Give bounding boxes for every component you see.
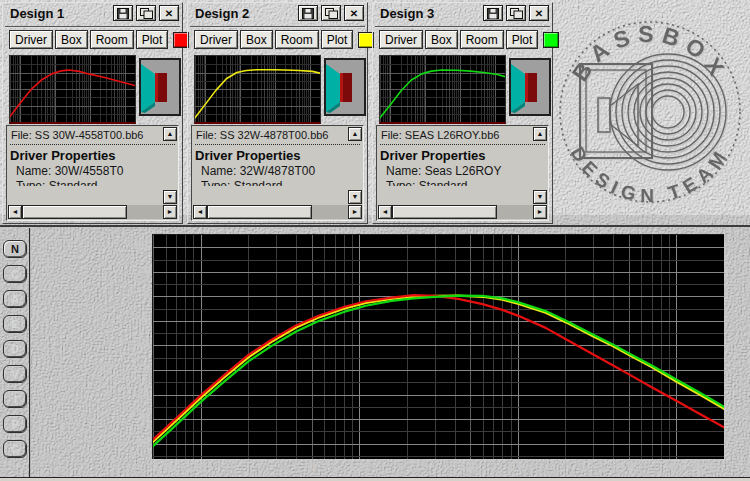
scrollbar-thumb[interactable] xyxy=(22,205,127,219)
design-window-3: Design 3 ✕ Driver Box Room Plot File: SE… xyxy=(372,2,553,224)
scroll-left-icon[interactable]: ◄ xyxy=(378,205,392,219)
speaker-box-icon xyxy=(509,58,551,116)
horizontal-scrollbar[interactable]: ◄ ► xyxy=(193,205,362,219)
scroll-left-icon[interactable]: ◄ xyxy=(8,205,22,219)
y-tick-label: 6 xyxy=(105,264,149,276)
scroll-down-icon[interactable]: ▼ xyxy=(348,190,362,204)
x-tick-label: 1 K xyxy=(508,461,525,473)
response-thumbnail-chart[interactable] xyxy=(194,55,321,124)
plot-side-button-d[interactable]: D xyxy=(3,340,27,358)
driver-type-clipped: Type: Standard xyxy=(16,179,178,186)
scroll-left-icon[interactable]: ◄ xyxy=(193,205,207,219)
window-title: Design 2 xyxy=(195,6,249,21)
dotted-divider xyxy=(380,144,545,145)
y-tick-label: -12 xyxy=(105,337,149,349)
design-window-1: Design 1 ✕ Driver Box Room Plot File: SS… xyxy=(2,2,183,224)
scroll-right-icon[interactable]: ► xyxy=(533,205,547,219)
x-tick-label: 50 xyxy=(304,461,316,473)
scroll-down-icon[interactable]: ▼ xyxy=(163,190,177,204)
x-tick-label: 100 xyxy=(349,461,367,473)
side-button-separator-highlight xyxy=(30,228,31,477)
window-title: Design 1 xyxy=(10,6,64,21)
plot-side-button-p[interactable]: P xyxy=(3,415,27,433)
window-title: Design 3 xyxy=(380,6,434,21)
divider xyxy=(375,26,550,28)
response-thumbnail-chart[interactable] xyxy=(379,55,506,124)
scroll-down-icon[interactable]: ▼ xyxy=(533,190,547,204)
driver-properties-heading: Driver Properties xyxy=(380,148,548,163)
y-tick-label: -18 xyxy=(105,362,149,374)
horizontal-scrollbar[interactable]: ◄ ► xyxy=(378,205,547,219)
x-tick-label: 10 xyxy=(194,461,206,473)
x-tick-label: 10 K xyxy=(664,461,687,473)
driver-name: Name: Seas L26ROY xyxy=(386,164,548,178)
plot-side-button-i[interactable]: I xyxy=(3,390,27,408)
tab-plot[interactable]: Plot xyxy=(136,30,169,49)
titlebar[interactable]: Design 1 ✕ xyxy=(3,3,182,25)
x-tick-label: 5 Hz xyxy=(155,461,178,473)
tab-driver[interactable]: Driver xyxy=(379,30,423,49)
driver-name: Name: 30W/4558T0 xyxy=(16,164,178,178)
file-name: File: SS 30W-4558T00.bb6 xyxy=(11,129,160,141)
scroll-right-icon[interactable]: ► xyxy=(348,205,362,219)
speaker-box-icon xyxy=(139,58,181,116)
tab-driver[interactable]: Driver xyxy=(9,30,53,49)
response-thumbnail-chart[interactable] xyxy=(9,55,136,124)
window-bottom-edge xyxy=(0,477,750,481)
x-tick-label: 500 xyxy=(460,461,478,473)
driver-info-panel: File: SS 32W-4878T00.bb6 ▲ Driver Proper… xyxy=(191,125,364,221)
bassbox-app-window: BASSBOX DESIGN TEAM Design 1 ✕ Driv xyxy=(0,0,750,481)
plot-side-button-a[interactable]: A xyxy=(3,290,27,308)
plot-side-button-n[interactable]: N xyxy=(3,240,27,258)
y-tick-label: -30 xyxy=(105,411,149,423)
close-icon[interactable]: ✕ xyxy=(529,5,549,21)
plot-side-button-g[interactable]: G xyxy=(3,440,27,458)
driver-properties-heading: Driver Properties xyxy=(10,148,178,163)
driver-type-clipped: Type: Standard xyxy=(201,179,363,186)
driver-properties-heading: Driver Properties xyxy=(195,148,363,163)
scrollbar-thumb[interactable] xyxy=(207,205,312,219)
titlebar[interactable]: Design 3 ✕ xyxy=(373,3,552,25)
divider xyxy=(5,26,180,28)
tab-room[interactable]: Room xyxy=(90,30,134,49)
tab-box[interactable]: Box xyxy=(55,30,88,49)
close-icon[interactable]: ✕ xyxy=(344,5,364,21)
dotted-divider xyxy=(10,144,175,145)
plot-side-button-e[interactable]: E xyxy=(3,315,27,333)
copy-icon[interactable] xyxy=(136,5,156,21)
panel-divider xyxy=(0,225,750,227)
tab-driver[interactable]: Driver xyxy=(194,30,238,49)
copy-icon[interactable] xyxy=(321,5,341,21)
speaker-box-icon xyxy=(324,58,366,116)
y-tick-label: -6 xyxy=(105,313,149,325)
scrollbar-thumb[interactable] xyxy=(392,205,497,219)
design-window-2: Design 2 ✕ Driver Box Room Plot File: SS… xyxy=(187,2,368,224)
tab-room[interactable]: Room xyxy=(460,30,504,49)
save-icon[interactable] xyxy=(298,5,318,21)
save-icon[interactable] xyxy=(113,5,133,21)
plot-color-swatch[interactable] xyxy=(543,32,559,48)
scroll-right-icon[interactable]: ► xyxy=(163,205,177,219)
tab-room[interactable]: Room xyxy=(275,30,319,49)
y-tick-label: -24 xyxy=(105,387,149,399)
driver-info-panel: File: SEAS L26ROY.bb6 ▲ Driver Propertie… xyxy=(376,125,549,221)
frequency-response-chart xyxy=(152,234,724,459)
tab-box[interactable]: Box xyxy=(240,30,273,49)
plot-side-button-v[interactable]: V xyxy=(3,365,27,383)
save-icon[interactable] xyxy=(483,5,503,21)
plot-side-button-c[interactable]: C xyxy=(3,265,27,283)
titlebar[interactable]: Design 2 ✕ xyxy=(188,3,367,25)
copy-icon[interactable] xyxy=(506,5,526,21)
file-name: File: SS 32W-4878T00.bb6 xyxy=(196,129,345,141)
scroll-up-icon[interactable]: ▲ xyxy=(348,127,362,141)
scroll-up-icon[interactable]: ▲ xyxy=(533,127,547,141)
driver-name: Name: 32W/4878T00 xyxy=(201,164,363,178)
close-icon[interactable]: ✕ xyxy=(159,5,179,21)
divider xyxy=(190,26,365,28)
tab-box[interactable]: Box xyxy=(425,30,458,49)
tab-plot[interactable]: Plot xyxy=(506,30,539,49)
horizontal-scrollbar[interactable]: ◄ ► xyxy=(8,205,177,219)
tab-plot[interactable]: Plot xyxy=(321,30,354,49)
scroll-up-icon[interactable]: ▲ xyxy=(163,127,177,141)
driver-info-panel: File: SS 30W-4558T00.bb6 ▲ Driver Proper… xyxy=(6,125,179,221)
